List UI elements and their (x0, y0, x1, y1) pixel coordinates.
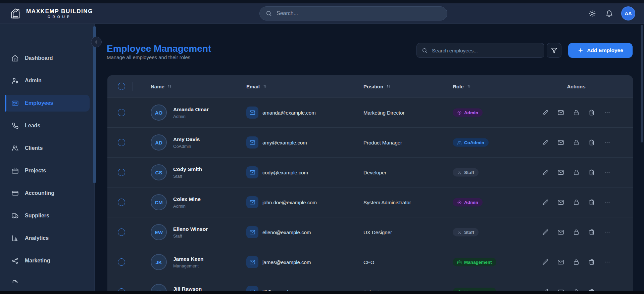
edit-button[interactable] (542, 229, 549, 236)
topbar-actions: AA (588, 3, 635, 24)
sidebar-item-employees[interactable]: Employees (5, 95, 90, 112)
employee-position: Developer (363, 170, 386, 175)
window-bottom-strip (0, 291, 644, 294)
send-email-button[interactable] (557, 199, 564, 206)
role-badge: Management (453, 258, 496, 266)
sidebar-item-accounting[interactable]: Accounting (5, 185, 90, 202)
table-header-row: Name Email Position Role Actions (107, 75, 633, 97)
row-checkbox[interactable] (118, 228, 125, 236)
avatar-initials: JK (155, 259, 162, 265)
employee-role-subtitle: CoAdmin (173, 144, 200, 149)
sidebar-item-more[interactable] (5, 275, 90, 283)
employee-position: Product Manager (363, 140, 402, 145)
delete-button[interactable] (588, 139, 595, 146)
sidebar-item-dashboard[interactable]: Dashboard (5, 50, 90, 67)
lock-button[interactable] (573, 109, 580, 116)
sidebar-item-leads[interactable]: Leads (5, 117, 90, 134)
sidebar-item-suppliers[interactable]: Suppliers (5, 207, 90, 224)
topbar: MAXKEMP BUILDING GROUP AA (0, 3, 644, 24)
employee-name: Amy Davis (173, 136, 200, 142)
main-scrollbar-thumb[interactable] (641, 25, 643, 142)
file-text-icon (11, 280, 19, 283)
table-row: CM Colex Mine Admin john.doe@example.com… (107, 187, 633, 217)
column-header-actions: Actions (542, 84, 610, 89)
global-search-input[interactable] (276, 10, 441, 17)
employee-role-subtitle: Management (173, 263, 203, 268)
table-row: EW Elleno Winsor Staff elleno@example.co… (107, 217, 633, 247)
role-badge: CoAdmin (453, 138, 489, 147)
sidebar-item-clients[interactable]: Clients (5, 140, 90, 157)
filter-button[interactable] (547, 43, 561, 58)
sidebar-item-projects[interactable]: Projects (5, 162, 90, 179)
header-divider (133, 82, 133, 91)
edit-button[interactable] (542, 109, 549, 116)
lock-button[interactable] (573, 259, 580, 265)
column-header-name[interactable]: Name (151, 84, 172, 89)
lock-button[interactable] (573, 139, 580, 146)
add-employee-button[interactable]: Add Employee (568, 43, 633, 58)
sidebar-item-marketing[interactable]: Marketing (5, 252, 90, 269)
sidebar-scrollbar-thumb[interactable] (93, 26, 96, 183)
row-checkbox[interactable] (118, 139, 125, 146)
select-all-checkbox[interactable] (118, 83, 125, 90)
delete-button[interactable] (588, 229, 595, 236)
edit-button[interactable] (542, 169, 549, 176)
sidebar-collapse-button[interactable] (91, 37, 102, 47)
avatar: JK (151, 254, 167, 270)
delete-button[interactable] (588, 199, 595, 206)
home-icon (11, 54, 19, 62)
send-email-button[interactable] (557, 139, 564, 146)
table-row: AO Amanda Omar Admin amanda@example.com … (107, 97, 633, 127)
more-button[interactable] (604, 109, 610, 116)
send-email-button[interactable] (557, 169, 564, 176)
row-checkbox[interactable] (118, 109, 125, 116)
delete-button[interactable] (588, 169, 595, 176)
edit-button[interactable] (542, 199, 549, 206)
user-icon (457, 170, 462, 175)
send-email-button[interactable] (557, 109, 564, 116)
employee-role-subtitle: Admin (173, 204, 201, 209)
employee-position: UX Designer (363, 229, 392, 235)
employee-search[interactable] (416, 43, 544, 58)
edit-button[interactable] (542, 259, 549, 265)
delete-button[interactable] (588, 109, 595, 116)
edit-button[interactable] (542, 139, 549, 146)
more-button[interactable] (604, 259, 610, 265)
theme-toggle-sun-icon[interactable] (588, 10, 596, 17)
bar-chart-icon (11, 235, 19, 242)
employee-name: Elleno Winsor (173, 226, 208, 232)
mail-icon (249, 199, 255, 205)
column-header-role[interactable]: Role (453, 84, 472, 89)
send-email-button[interactable] (557, 259, 564, 265)
more-button[interactable] (604, 229, 610, 236)
column-header-email[interactable]: Email (246, 84, 267, 89)
chevron-left-icon (94, 39, 99, 45)
sidebar-item-analytics[interactable]: Analytics (5, 230, 90, 247)
sidebar-item-admin[interactable]: Admin (5, 72, 90, 89)
more-button[interactable] (604, 139, 610, 146)
user-avatar[interactable]: AA (621, 6, 635, 20)
more-button[interactable] (604, 169, 610, 176)
sort-icon (386, 84, 391, 89)
row-checkbox[interactable] (118, 169, 125, 176)
notifications-bell-icon[interactable] (605, 10, 613, 17)
column-header-position[interactable]: Position (363, 84, 391, 89)
employee-name: Jill Rawson (173, 286, 202, 292)
sidebar-item-label: Analytics (25, 235, 49, 241)
id-card-icon (11, 99, 19, 107)
employee-role-subtitle: Admin (173, 114, 209, 119)
global-search[interactable] (259, 6, 447, 20)
delete-button[interactable] (588, 259, 595, 265)
sidebar-item-label: Clients (25, 145, 43, 151)
role-badge: Admin (453, 109, 483, 117)
avatar: AO (151, 104, 167, 121)
more-button[interactable] (604, 199, 610, 206)
row-checkbox[interactable] (118, 199, 125, 206)
employee-search-input[interactable] (431, 47, 539, 54)
send-email-button[interactable] (557, 229, 564, 236)
row-checkbox[interactable] (118, 258, 125, 266)
lock-button[interactable] (573, 199, 580, 206)
mail-icon (249, 229, 255, 235)
lock-button[interactable] (573, 229, 580, 236)
lock-button[interactable] (573, 169, 580, 176)
